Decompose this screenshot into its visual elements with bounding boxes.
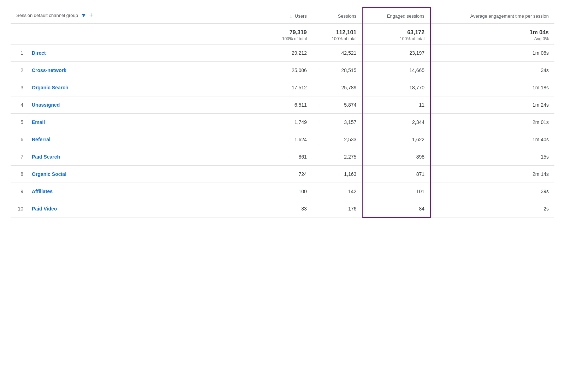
table-row: 3Organic Search17,51225,78918,7701m 18s [11, 79, 554, 96]
row-name[interactable]: Email [32, 119, 45, 125]
row-name[interactable]: Paid Video [32, 206, 57, 212]
row-users: 1,749 [263, 114, 313, 131]
row-engaged-sessions: 14,665 [362, 62, 430, 79]
users-label: Users [295, 13, 307, 19]
row-engaged-sessions: 2,344 [362, 114, 430, 131]
row-users: 724 [263, 166, 313, 183]
row-dimension: 7Paid Search [11, 148, 263, 166]
engaged-sessions-label: Engaged sessions [387, 13, 424, 19]
row-sessions: 3,157 [313, 114, 363, 131]
row-users: 83 [263, 200, 313, 218]
totals-avg-sub: Avg 0% [436, 36, 549, 41]
row-engaged-sessions: 898 [362, 148, 430, 166]
row-name[interactable]: Affiliates [32, 189, 53, 194]
row-users: 25,006 [263, 62, 313, 79]
row-sessions: 28,515 [313, 62, 363, 79]
row-avg-engagement: 1m 24s [430, 96, 554, 114]
table-row: 5Email1,7493,1572,3442m 01s [11, 114, 554, 131]
totals-avg-value: 1m 04s [436, 29, 549, 36]
totals-row: 79,319 100% of total 112,101 100% of tot… [11, 24, 554, 44]
avg-engagement-header[interactable]: Average engagement time per session [430, 7, 554, 24]
row-number: 1 [16, 50, 23, 56]
totals-users-sub: 100% of total [269, 36, 307, 41]
row-number: 8 [16, 171, 23, 177]
add-column-icon[interactable]: + [89, 12, 93, 19]
table-row: 2Cross-network25,00628,51514,66534s [11, 62, 554, 79]
table-row: 7Paid Search8612,27589815s [11, 148, 554, 166]
totals-sessions-value: 112,101 [318, 29, 357, 36]
row-name[interactable]: Paid Search [32, 154, 60, 160]
row-users: 1,624 [263, 131, 313, 148]
row-dimension: 3Organic Search [11, 79, 263, 96]
totals-users-value: 79,319 [269, 29, 307, 36]
row-sessions: 5,874 [313, 96, 363, 114]
row-name[interactable]: Direct [32, 50, 46, 56]
row-engaged-sessions: 18,770 [362, 79, 430, 96]
sessions-header[interactable]: Sessions [313, 7, 363, 24]
row-name[interactable]: Referral [32, 137, 50, 142]
row-sessions: 42,521 [313, 44, 363, 62]
row-dimension: 9Affiliates [11, 183, 263, 200]
row-avg-engagement: 1m 08s [430, 44, 554, 62]
row-name[interactable]: Cross-network [32, 67, 66, 73]
row-avg-engagement: 1m 18s [430, 79, 554, 96]
row-dimension: 2Cross-network [11, 62, 263, 79]
row-name[interactable]: Unassigned [32, 102, 60, 108]
row-dimension: 6Referral [11, 131, 263, 148]
totals-dim [11, 24, 263, 44]
row-engaged-sessions: 101 [362, 183, 430, 200]
row-avg-engagement: 39s [430, 183, 554, 200]
row-number: 10 [16, 206, 23, 212]
totals-engaged-value: 63,172 [368, 29, 424, 36]
table-row: 4Unassigned6,5115,874111m 24s [11, 96, 554, 114]
row-number: 4 [16, 102, 23, 108]
sort-desc-icon: ↓ [290, 13, 292, 19]
row-sessions: 2,533 [313, 131, 363, 148]
row-engaged-sessions: 84 [362, 200, 430, 218]
row-dimension: 4Unassigned [11, 96, 263, 114]
row-name[interactable]: Organic Social [32, 171, 66, 177]
row-number: 3 [16, 85, 23, 90]
row-users: 100 [263, 183, 313, 200]
row-engaged-sessions: 871 [362, 166, 430, 183]
row-number: 6 [16, 137, 23, 142]
row-engaged-sessions: 23,197 [362, 44, 430, 62]
engaged-sessions-header[interactable]: Engaged sessions [362, 7, 430, 24]
row-dimension: 1Direct [11, 44, 263, 62]
row-number: 2 [16, 67, 23, 73]
dimension-label: Session default channel group [16, 13, 78, 18]
row-avg-engagement: 2m 01s [430, 114, 554, 131]
row-sessions: 176 [313, 200, 363, 218]
dimension-header[interactable]: Session default channel group ▼ + [11, 7, 263, 24]
row-sessions: 142 [313, 183, 363, 200]
table-container: Session default channel group ▼ + ↓ User… [0, 0, 565, 392]
totals-sessions: 112,101 100% of total [313, 24, 363, 44]
table-row: 10Paid Video83176842s [11, 200, 554, 218]
data-table: Session default channel group ▼ + ↓ User… [11, 7, 554, 218]
totals-engaged-sub: 100% of total [368, 36, 424, 41]
row-avg-engagement: 1m 40s [430, 131, 554, 148]
row-dimension: 8Organic Social [11, 166, 263, 183]
row-sessions: 25,789 [313, 79, 363, 96]
filter-icon[interactable]: ▼ [81, 12, 87, 19]
row-users: 29,212 [263, 44, 313, 62]
row-sessions: 1,163 [313, 166, 363, 183]
row-dimension: 5Email [11, 114, 263, 131]
row-engaged-sessions: 11 [362, 96, 430, 114]
row-avg-engagement: 2s [430, 200, 554, 218]
row-avg-engagement: 34s [430, 62, 554, 79]
users-header[interactable]: ↓ Users [263, 7, 313, 24]
row-avg-engagement: 2m 14s [430, 166, 554, 183]
row-number: 5 [16, 119, 23, 125]
row-number: 9 [16, 189, 23, 194]
table-row: 6Referral1,6242,5331,6221m 40s [11, 131, 554, 148]
totals-users: 79,319 100% of total [263, 24, 313, 44]
totals-sessions-sub: 100% of total [318, 36, 357, 41]
row-users: 861 [263, 148, 313, 166]
header-row: Session default channel group ▼ + ↓ User… [11, 7, 554, 24]
row-name[interactable]: Organic Search [32, 85, 69, 90]
totals-avg-engagement: 1m 04s Avg 0% [430, 24, 554, 44]
table-row: 8Organic Social7241,1638712m 14s [11, 166, 554, 183]
row-avg-engagement: 15s [430, 148, 554, 166]
row-users: 6,511 [263, 96, 313, 114]
